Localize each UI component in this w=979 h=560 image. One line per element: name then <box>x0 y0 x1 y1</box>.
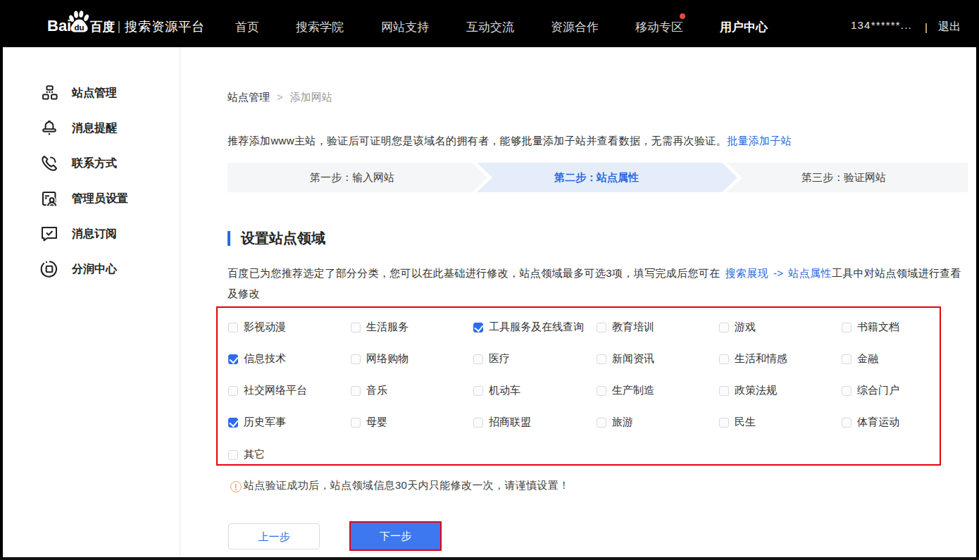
svg-text:du: du <box>75 23 85 32</box>
svg-text:百度: 百度 <box>89 20 116 34</box>
svg-text:Bai: Bai <box>47 17 71 35</box>
